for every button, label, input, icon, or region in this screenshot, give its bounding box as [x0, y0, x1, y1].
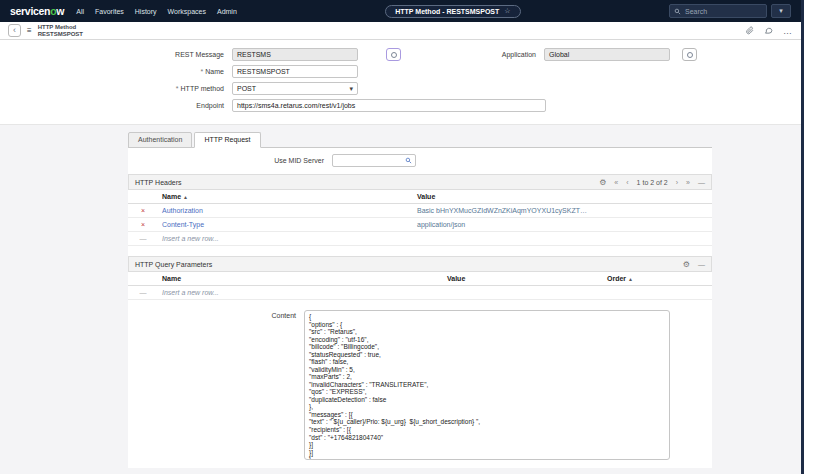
search-scope-dropdown[interactable]: ▾ [771, 4, 791, 18]
record-title: HTTP Method RESTSMSPOST [38, 24, 83, 37]
header-value-cell[interactable]: Basic bHnYXMucGZIdWZnZKiAqmYOYXU1cySKZT… [417, 207, 587, 214]
global-search-input[interactable]: Search [669, 4, 767, 18]
list-settings-gear-icon[interactable]: ⚙ [599, 178, 606, 187]
collapse-list-icon[interactable]: — [698, 179, 705, 186]
pagination-prev-icon[interactable]: ‹ [626, 179, 628, 186]
mid-server-label: Use MID Server [128, 157, 332, 164]
favorite-star-icon[interactable]: ☆ [504, 7, 510, 15]
application-info-button[interactable] [682, 48, 697, 61]
table-row: × Content-Type application/json [128, 218, 712, 232]
table-row: × Authorization Basic bHnYXMucGZIdWZnZKi… [128, 204, 712, 218]
search-icon [674, 8, 681, 15]
rest-message-preview-button[interactable] [386, 48, 401, 61]
nav-item-workspaces[interactable]: Workspaces [168, 8, 206, 15]
pagination-first-icon[interactable]: « [614, 179, 618, 186]
section-gap [128, 246, 712, 256]
name-row: *Name RESTSMSPOST [0, 64, 801, 79]
nav-item-admin[interactable]: Admin [217, 8, 237, 15]
endpoint-row: Endpoint https://sms4a.retarus.com/rest/… [0, 98, 801, 113]
insert-row: — Insert a new row... [128, 286, 712, 300]
reference-lookup-icon[interactable] [405, 157, 412, 164]
more-options-icon[interactable]: … [783, 26, 793, 36]
form-header-bar: ‹ ≡ HTTP Method RESTSMSPOST … [0, 22, 801, 40]
http-headers-controls: ⚙ « ‹ 1 to 2 of 2 › » — [599, 178, 705, 187]
query-params-title: HTTP Query Parameters [135, 261, 212, 268]
form-header-icons: … [746, 26, 793, 36]
tab-authentication[interactable]: Authentication [128, 132, 192, 148]
pagination-last-icon[interactable]: » [686, 179, 690, 186]
pagination-next-icon[interactable]: › [676, 179, 678, 186]
list-settings-gear-icon[interactable]: ⚙ [683, 260, 690, 269]
query-params-controls: ⚙ — [683, 260, 705, 269]
nav-center: HTTP Method - RESTSMSPOST ☆ [237, 5, 669, 18]
nav-item-all[interactable]: All [76, 8, 84, 15]
form-context-menu-icon[interactable]: ≡ [27, 26, 32, 35]
column-header-order[interactable]: Order▲ [603, 272, 712, 286]
endpoint-label: Endpoint [0, 102, 232, 109]
http-headers-table: Name▲ Value × Authorization Basic bHnYXM… [128, 190, 712, 246]
insert-row-icon: — [140, 235, 147, 242]
application-row: Application Global [468, 47, 697, 62]
http-headers-header: HTTP Headers ⚙ « ‹ 1 to 2 of 2 › » — [128, 174, 712, 190]
select-caret-icon: ▾ [349, 85, 353, 93]
collapse-list-icon[interactable]: — [698, 261, 705, 268]
mid-server-field[interactable] [332, 154, 416, 167]
servicenow-window: servicenow All Favorites History Workspa… [0, 0, 804, 474]
nav-item-history[interactable]: History [135, 8, 157, 15]
tab-http-request[interactable]: HTTP Request [194, 132, 260, 148]
delete-row-icon[interactable]: × [128, 204, 158, 218]
column-header-actions [128, 272, 158, 286]
back-button[interactable]: ‹ [8, 24, 21, 37]
http-method-value: POST [237, 85, 256, 92]
record-type-label: HTTP Method [38, 24, 83, 31]
required-asterisk: * [176, 85, 179, 92]
info-circle-icon [687, 52, 693, 58]
insert-new-row[interactable]: Insert a new row... [162, 235, 219, 242]
pagination-status: 1 to 2 of 2 [637, 179, 668, 186]
back-icon: ‹ [13, 25, 16, 35]
column-header-value[interactable]: Value [413, 190, 712, 204]
header-value-cell[interactable]: application/json [417, 221, 465, 228]
form-tabs: Authentication HTTP Request [128, 132, 801, 147]
attachment-paperclip-icon[interactable] [746, 26, 754, 35]
content-label: Content [128, 310, 304, 460]
http-method-label: *HTTP method [0, 85, 232, 92]
screenshot-canvas: servicenow All Favorites History Workspa… [0, 0, 828, 474]
required-asterisk: * [201, 68, 204, 75]
column-header-actions [128, 190, 158, 204]
insert-row: — Insert a new row... [128, 232, 712, 246]
name-field[interactable]: RESTSMSPOST [232, 65, 358, 78]
activity-chat-icon[interactable] [764, 26, 773, 35]
rest-message-field[interactable]: RESTSMS [232, 48, 358, 61]
header-name-link[interactable]: Authorization [162, 207, 203, 214]
content-row: Content { "options" : { "src" : "Retarus… [128, 310, 712, 460]
http-headers-title: HTTP Headers [135, 179, 182, 186]
servicenow-logo[interactable]: servicenow [10, 5, 64, 17]
query-params-table: Name Value Order▲ — Insert a new row... [128, 272, 712, 300]
record-title-pill[interactable]: HTTP Method - RESTSMSPOST ☆ [385, 5, 520, 18]
name-label: *Name [0, 68, 232, 75]
header-name-link[interactable]: Content-Type [162, 221, 204, 228]
main-menu: All Favorites History Workspaces Admin [76, 8, 237, 15]
nav-item-favorites[interactable]: Favorites [95, 8, 124, 15]
endpoint-field[interactable]: https://sms4a.retarus.com/rest/v1/jobs [232, 99, 546, 112]
delete-row-icon[interactable]: × [128, 218, 158, 232]
content-textarea[interactable]: { "options" : { "src" : "Retarus", "enco… [304, 310, 670, 460]
application-label: Application [468, 51, 544, 58]
search-placeholder: Search [685, 8, 707, 15]
insert-new-row[interactable]: Insert a new row... [162, 289, 219, 296]
http-request-panel: Use MID Server HTTP Headers ⚙ « ‹ 1 to 2… [128, 147, 712, 468]
column-header-name[interactable]: Name [158, 272, 443, 286]
sort-asc-icon: ▲ [628, 276, 633, 282]
http-method-select[interactable]: POST ▾ [232, 82, 358, 95]
form-fields: REST Message RESTSMS *Name RESTSMSPOST *… [0, 40, 801, 125]
http-method-row: *HTTP method POST ▾ [0, 81, 801, 96]
record-preview-icon [391, 52, 397, 58]
application-field[interactable]: Global [544, 48, 670, 61]
record-name-label: RESTSMSPOST [38, 31, 83, 38]
column-header-name[interactable]: Name▲ [158, 190, 413, 204]
record-title-text: HTTP Method - RESTSMSPOST [395, 8, 499, 15]
column-header-value[interactable]: Value [443, 272, 603, 286]
sort-asc-icon: ▲ [183, 194, 188, 200]
query-params-header: HTTP Query Parameters ⚙ — [128, 256, 712, 272]
